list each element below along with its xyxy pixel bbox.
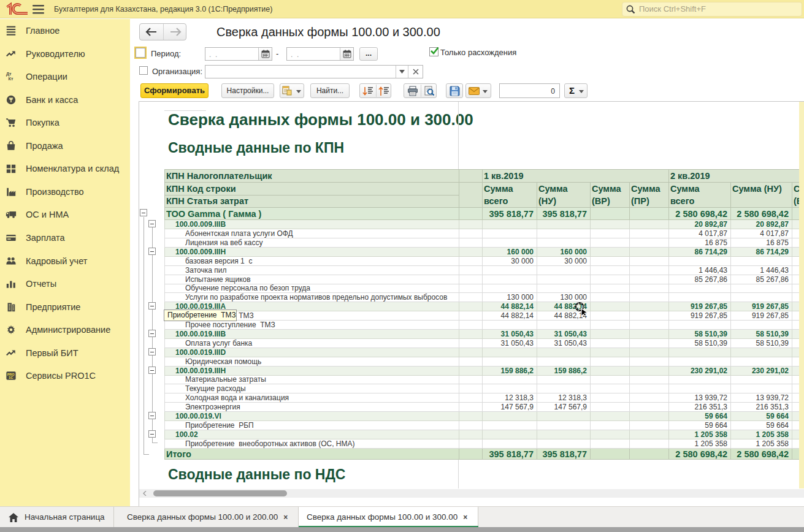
svg-text:Кт: Кт: [9, 76, 13, 82]
svg-text:1C: 1C: [9, 376, 13, 380]
